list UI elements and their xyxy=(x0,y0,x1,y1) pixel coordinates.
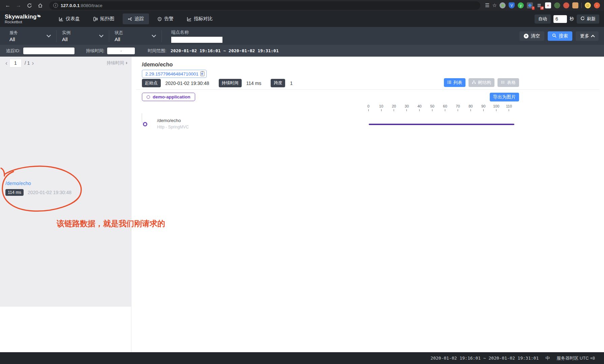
service-select[interactable]: 服务 All xyxy=(9,30,57,42)
app-header: Skywalking⤕ Rocketbot 仪表盘 拓扑图 追踪 告警 指标对比… xyxy=(0,11,604,27)
export-image-button[interactable]: 导出为图片 xyxy=(490,93,519,101)
span-node-icon[interactable] xyxy=(143,122,147,126)
chevron-up-icon xyxy=(591,35,595,38)
chevron-down-icon xyxy=(152,33,156,37)
nav-label: 告警 xyxy=(164,16,174,22)
axis-tick: 50 xyxy=(430,104,434,111)
view-list-button[interactable]: 列表 xyxy=(444,78,465,87)
axis-tick: 60 xyxy=(443,104,447,111)
extension-icon-6[interactable] xyxy=(554,2,560,8)
endpoint-name-input[interactable] xyxy=(171,37,222,43)
browser-chrome: ← → i 127.0.0.1:8080/trace ☰ ☆ V y 7 ≣of… xyxy=(0,0,604,11)
search-button[interactable]: 搜索 xyxy=(548,31,572,41)
axis-tick: 100 xyxy=(493,104,499,111)
auto-interval-input[interactable] xyxy=(553,15,567,23)
language-toggle[interactable]: 中 xyxy=(545,355,550,361)
more-button[interactable]: 更多 xyxy=(576,31,599,41)
span-duration-bar[interactable] xyxy=(369,124,514,125)
footer-time-range: 2020-01-02 19:16:01 ~ 2020-01-02 19:31:0… xyxy=(430,356,539,361)
server-timezone[interactable]: 服务器时区 UTC +8 xyxy=(556,355,595,361)
sort-by-duration[interactable]: 持续时间 ▲▼ xyxy=(107,60,128,66)
update-icon[interactable]: ↑ xyxy=(594,2,600,8)
topology-icon xyxy=(93,17,98,21)
nav-item-metrics-compare[interactable]: 指标对比 xyxy=(182,13,218,24)
tree-view-icon xyxy=(472,80,476,85)
extension-icon-8[interactable] xyxy=(572,2,578,8)
trace-endpoint-link[interactable]: /demo/echo xyxy=(5,181,126,186)
trace-title: /demo/echo xyxy=(142,61,173,68)
status-value: All xyxy=(115,36,152,42)
nav-label: 拓扑图 xyxy=(100,16,114,22)
extension-icon-5[interactable]: + xyxy=(545,2,551,8)
skywalking-logo: Skywalking⤕ Rocketbot xyxy=(5,14,44,24)
trace-id-input[interactable] xyxy=(23,48,74,54)
page-info-icon[interactable]: i xyxy=(53,3,58,8)
trace-id-select[interactable]: 2.29.15779646484710001 ▲▼ xyxy=(142,70,207,78)
metrics-compare-icon xyxy=(187,17,191,21)
instance-select[interactable]: 实例 All xyxy=(62,30,109,42)
instance-label: 实例 xyxy=(62,30,100,36)
service-label: 服务 xyxy=(9,30,47,36)
extension-icon-4[interactable]: ≣off xyxy=(536,2,542,8)
auto-refresh-button[interactable]: 自动 xyxy=(535,14,551,24)
refresh-button[interactable]: 刷新 xyxy=(577,14,599,24)
reader-mode-icon[interactable]: ☰ xyxy=(485,2,489,8)
table-view-icon xyxy=(501,80,505,85)
trace-list-item[interactable]: /demo/echo 114 ms 2020-01-02 19:30:48 xyxy=(0,181,131,196)
service-filter-button[interactable]: demo-application xyxy=(142,93,195,101)
axis-tick: 20 xyxy=(392,104,396,111)
forward-icon[interactable]: → xyxy=(14,1,23,10)
view-table-button[interactable]: 表格 xyxy=(497,78,519,87)
home-icon[interactable] xyxy=(36,1,44,10)
span-name[interactable]: /demo/echo xyxy=(157,118,181,123)
main-content: ‹ / 1 › 持续时间 ▲▼ /demo/echo 114 ms 2020-0… xyxy=(0,57,604,352)
extension-icon-3[interactable]: 7 xyxy=(527,2,533,8)
nav-label: 仪表盘 xyxy=(66,16,80,22)
start-value: 2020-01-02 19:30:48 xyxy=(165,81,209,86)
extension-icon-7[interactable] xyxy=(563,2,569,8)
next-page-icon[interactable]: › xyxy=(30,60,36,67)
nav-item-alarm[interactable]: 告警 xyxy=(152,13,179,24)
nav-item-trace[interactable]: 追踪 xyxy=(123,13,149,24)
filter-actions: × 清空 搜索 更多 xyxy=(519,31,599,41)
status-select[interactable]: 状态 All xyxy=(115,30,162,42)
extension-icon-1[interactable] xyxy=(500,2,506,8)
page-total: / 1 xyxy=(25,60,30,66)
trace-detail-panel: /demo/echo 2.29.15779646484710001 ▲▼ 起始点… xyxy=(131,57,604,352)
extension-icon-shield[interactable]: V xyxy=(509,2,515,8)
nav-item-dashboard[interactable]: 仪表盘 xyxy=(54,13,85,24)
trace-id-label: 追踪ID: xyxy=(6,48,21,54)
view-tree-button[interactable]: 树结构 xyxy=(469,78,494,87)
axis-tick: 40 xyxy=(418,104,422,111)
profile-avatar[interactable]: ☺ xyxy=(585,2,591,8)
duration-stat-value: 114 ms xyxy=(246,81,262,86)
clear-button[interactable]: × 清空 xyxy=(519,31,544,41)
clear-icon: × xyxy=(524,34,528,38)
reload-icon[interactable] xyxy=(25,1,34,10)
prev-page-icon[interactable]: ‹ xyxy=(3,60,9,67)
browser-extensions: ☰ ☆ V y 7 ≣off + ☺ ↑ xyxy=(485,2,601,8)
url-host: 127.0.0.1 xyxy=(61,3,80,8)
address-bar[interactable]: i 127.0.0.1:8080/trace xyxy=(49,1,480,10)
span-bar-track xyxy=(369,124,509,125)
spans-value: 1 xyxy=(290,81,293,86)
axis-tick: 30 xyxy=(405,104,409,111)
status-label: 状态 xyxy=(115,30,152,36)
search-icon xyxy=(552,33,556,39)
service-ring-icon xyxy=(147,95,150,99)
page-number-input[interactable] xyxy=(9,59,22,67)
trace-list-panel: ‹ / 1 › 持续时间 ▲▼ /demo/echo 114 ms 2020-0… xyxy=(0,57,131,352)
extension-icon-2[interactable]: y xyxy=(518,2,524,8)
service-value: All xyxy=(9,36,47,42)
filter-bar: 服务 All 实例 All 状态 All 端点名称 × 清空 搜索 更多 xyxy=(0,27,604,45)
logo-subtitle: Rocketbot xyxy=(5,20,44,24)
copy-trace-id-icon[interactable] xyxy=(200,71,205,78)
trace-stats: 起始点 2020-01-02 19:30:48 持续时间 114 ms 跨度 1 xyxy=(142,79,297,87)
bookmark-star-icon[interactable]: ☆ xyxy=(492,2,496,8)
time-range-value: 2020-01-02 19:16:01 ~ 2020-01-02 19:31:0… xyxy=(171,48,279,53)
nav-item-topology[interactable]: 拓扑图 xyxy=(88,13,119,24)
back-icon[interactable]: ← xyxy=(3,1,12,10)
span-component: Http - SpringMVC xyxy=(157,125,189,129)
duration-input[interactable] xyxy=(107,48,135,54)
spans-badge: 跨度 xyxy=(271,79,285,87)
